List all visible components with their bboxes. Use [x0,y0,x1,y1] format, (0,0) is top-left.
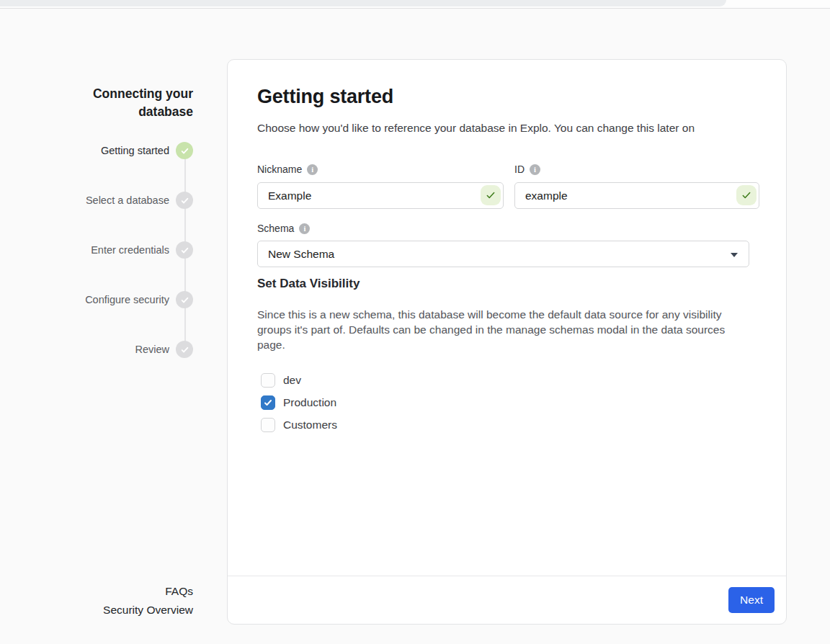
page: Connecting your database Getting started… [0,0,830,644]
next-button[interactable]: Next [728,587,775,613]
check-icon [176,241,193,259]
schema-select-value: New Schema [268,248,334,261]
check-icon [176,142,193,159]
checkbox-label: Customers [283,419,337,431]
info-icon[interactable]: i [530,164,540,175]
step-enter-credentials: Enter credentials [91,241,193,259]
faqs-link[interactable]: FAQs [165,585,193,598]
schema-select[interactable]: New Schema [257,241,749,267]
getting-started-card: Getting started Choose how you'd like to… [227,59,787,625]
valid-check-icon [486,190,496,200]
step-label: Enter credentials [91,244,169,256]
step-configure-security: Configure security [85,291,193,308]
schema-label: Schema i [257,223,310,234]
check-icon [264,398,272,407]
step-review: Review [135,341,193,358]
data-visibility-description: Since this is a new schema, this databas… [257,308,756,352]
id-label: ID i [514,164,540,175]
info-icon[interactable]: i [307,164,318,175]
security-overview-link[interactable]: Security Overview [103,604,193,617]
id-valid-badge [736,185,757,205]
card-footer: Next [228,576,786,624]
nickname-input[interactable] [257,182,504,209]
customers-checkbox[interactable] [261,418,275,432]
id-input[interactable] [514,182,759,209]
dev-checkbox[interactable] [261,373,275,388]
info-icon[interactable]: i [299,223,310,234]
check-icon [176,341,193,358]
wizard-sidebar: Connecting your database Getting started… [0,0,193,644]
id-label-text: ID [514,164,525,175]
nickname-label: Nickname i [257,164,318,175]
nickname-valid-badge [481,185,501,205]
chevron-down-icon [731,253,738,257]
step-label: Configure security [85,294,169,305]
production-checkbox[interactable] [261,395,275,410]
checkbox-label: dev [283,374,301,387]
check-icon [176,192,193,209]
step-label: Review [135,344,169,355]
valid-check-icon [741,190,751,200]
visibility-group-row: dev [261,372,301,388]
page-subtitle: Choose how you'd like to reference your … [257,122,765,135]
step-select-database: Select a database [86,192,193,209]
checkbox-label: Production [283,396,336,409]
wizard-title: Connecting your database [63,85,193,121]
step-label: Getting started [101,145,169,156]
nickname-label-text: Nickname [257,164,302,175]
schema-label-text: Schema [257,223,294,234]
page-title: Getting started [257,86,393,108]
visibility-group-row: Customers [261,417,337,432]
check-icon [176,291,193,308]
step-getting-started: Getting started [101,142,193,159]
visibility-group-row: Production [261,395,336,410]
step-label: Select a database [86,194,169,206]
data-visibility-heading: Set Data Visibility [257,277,360,291]
